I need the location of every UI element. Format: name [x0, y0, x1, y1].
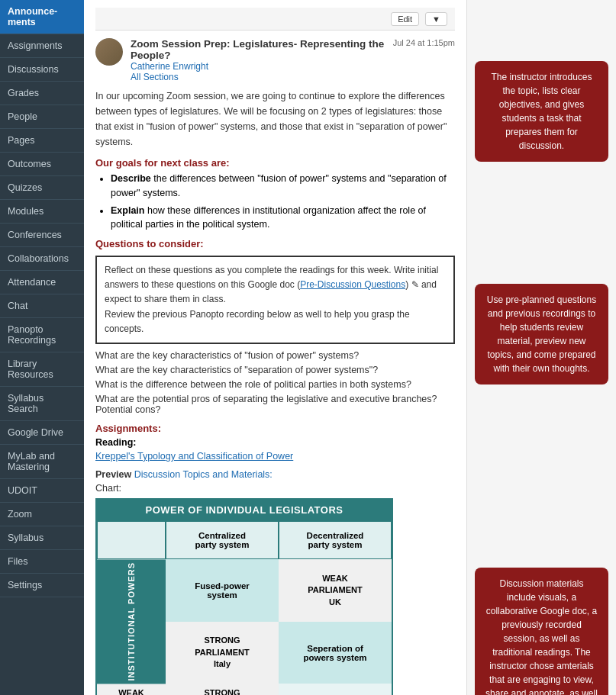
options-button[interactable]: ▼	[425, 12, 447, 26]
goal-item-1: Describe the differences between "fusion…	[111, 172, 455, 201]
assignments-header: Assignments:	[95, 423, 455, 434]
sidebar-item-panopto[interactable]: PanoptoRecordings	[0, 318, 84, 352]
sidebar-item-syllabus[interactable]: Syllabus	[0, 526, 84, 550]
top-bar: Edit ▼	[95, 8, 455, 31]
chart-grid: Centralized party system Decentralized p…	[97, 520, 392, 695]
sidebar-item-mylab[interactable]: MyLab andMastering	[0, 445, 84, 479]
edit-button[interactable]: Edit	[391, 12, 419, 26]
question-2: What are the key characteristics of "sep…	[95, 365, 455, 375]
sidebar-item-assignments[interactable]: Assignments	[0, 34, 84, 58]
annotation-3: Discussion materials include visuals, a …	[475, 568, 608, 695]
chart-data-c11: WEAK PARLIAMENT UK	[279, 559, 392, 622]
chart-data-c21: WEAK CONGRESS South Korea	[97, 684, 166, 695]
sidebar-item-people[interactable]: People	[0, 105, 84, 129]
sidebar-item-announcements[interactable]: Announce-ments	[0, 0, 84, 34]
annotations-panel: The instructor introduces the topic, lis…	[467, 0, 616, 695]
sidebar-item-attendance[interactable]: Attendance	[0, 271, 84, 294]
sidebar-item-pages[interactable]: Pages	[0, 129, 84, 153]
power-chart: POWER OF INDIVIDUAL LEGISLATORS Centrali…	[95, 498, 393, 695]
goals-list: Describe the differences between "fusion…	[95, 172, 455, 232]
chart-row-label-1: Fused-power system	[166, 559, 279, 622]
sidebar-item-settings[interactable]: Settings	[0, 574, 84, 597]
sidebar-item-syllabus-search[interactable]: SyllabusSearch	[0, 387, 84, 421]
sidebar-item-discussions[interactable]: Discussions	[0, 58, 84, 82]
chart-side-label: INSTITUTIONAL POWERS	[97, 559, 166, 684]
sidebar-item-udoit[interactable]: UDOIT	[0, 479, 84, 503]
pre-discussion-link[interactable]: Pre-Discussion Questions	[300, 279, 405, 290]
chart-col-header-1: Centralized party system	[166, 521, 279, 559]
goal-item-2: Explain how these differences in institu…	[111, 204, 455, 233]
post-title-area: Zoom Session Prep: Legislatures- Represe…	[131, 38, 455, 82]
chart-corner	[97, 521, 166, 559]
post-sections[interactable]: All Sections	[131, 72, 393, 82]
sidebar-item-conferences[interactable]: Conferences	[0, 224, 84, 247]
preview-bold: Preview	[95, 469, 131, 480]
chart-row-label-2: Seperation of powers system	[279, 622, 392, 684]
goals-header: Our goals for next class are:	[95, 157, 455, 169]
post-author[interactable]: Catherine Enwright	[131, 61, 393, 72]
preview-rest: Discussion Topics and Materials:	[134, 469, 273, 480]
post-header: Zoom Session Prep: Legislatures- Represe…	[95, 38, 455, 82]
reading-link[interactable]: Kreppel's Typology and Classification of…	[95, 451, 293, 462]
sidebar-item-library[interactable]: LibraryResources	[0, 352, 84, 387]
sidebar-item-outcomes[interactable]: Outcomes	[0, 153, 84, 176]
sidebar-item-zoom[interactable]: Zoom	[0, 503, 84, 526]
sidebar-item-modules[interactable]: Modules	[0, 200, 84, 224]
sidebar-item-google-drive[interactable]: Google Drive	[0, 421, 84, 445]
preview-header: Preview Discussion Topics and Materials:	[95, 469, 455, 480]
sidebar-item-grades[interactable]: Grades	[0, 82, 84, 105]
main-area: Edit ▼ Zoom Session Prep: Legislatures- …	[84, 0, 616, 695]
sidebar-item-chat[interactable]: Chat	[0, 294, 84, 318]
sidebar: Announce-ments Assignments Discussions G…	[0, 0, 84, 695]
post-date: Jul 24 at 1:15pm	[393, 38, 455, 47]
question-list: What are the key characteristics of "fus…	[95, 350, 455, 415]
annotation-1: The instructor introduces the topic, lis…	[475, 61, 608, 162]
chart-title: POWER OF INDIVIDUAL LEGISLATORS	[97, 500, 392, 520]
sidebar-item-collaborations[interactable]: Collaborations	[0, 247, 84, 271]
avatar	[95, 38, 123, 66]
sidebar-item-quizzes[interactable]: Quizzes	[0, 176, 84, 200]
reading-label: Reading:	[95, 437, 455, 448]
chart-data-c22: STRONG CONGRESS US	[166, 684, 279, 695]
chart-label: Chart:	[95, 483, 455, 494]
post-title: Zoom Session Prep: Legislatures- Represe…	[131, 38, 393, 61]
chart-col-header-2: Decentralized party system	[279, 521, 392, 559]
chart-data-c12: STRONG PARLIAMENT Italy	[166, 622, 279, 684]
questions-header: Questions to consider:	[95, 238, 455, 249]
post-body: In our upcoming Zoom session, we are goi…	[95, 88, 455, 150]
reflection-box: Reflect on these questions as you comple…	[95, 256, 455, 344]
annotation-2: Use pre-planned questions and previous r…	[475, 284, 608, 385]
content-panel: Edit ▼ Zoom Session Prep: Legislatures- …	[84, 0, 467, 695]
question-4: What are the potential pros of separatin…	[95, 394, 455, 415]
question-3: What is the difference between the role …	[95, 379, 455, 390]
sidebar-item-files[interactable]: Files	[0, 550, 84, 574]
question-1: What are the key characteristics of "fus…	[95, 350, 455, 361]
